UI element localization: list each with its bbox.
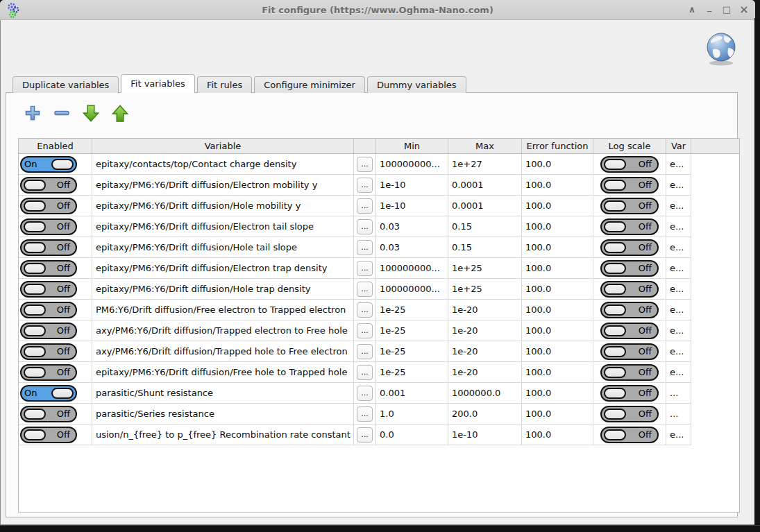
- enabled-toggle[interactable]: Off: [20, 343, 77, 360]
- browse-button[interactable]: ...: [357, 386, 373, 401]
- enabled-toggle[interactable]: Off: [20, 281, 77, 298]
- max-cell[interactable]: 1e-20: [448, 320, 522, 341]
- max-cell[interactable]: 0.0001: [448, 196, 522, 216]
- enabled-toggle[interactable]: On: [20, 156, 77, 173]
- variable-cell[interactable]: epitaxy/PM6:Y6/Drift diffusion/Electron …: [92, 258, 354, 279]
- browse-button[interactable]: ...: [357, 323, 373, 338]
- move-up-button[interactable]: [110, 103, 130, 123]
- log-scale-toggle[interactable]: Off: [600, 260, 659, 277]
- log-scale-toggle[interactable]: Off: [600, 385, 659, 402]
- max-cell[interactable]: 1e+25: [448, 279, 522, 300]
- min-cell[interactable]: 1e-10: [376, 175, 448, 196]
- variable-cell[interactable]: epitaxy/PM6:Y6/Drift diffusion/Hole trap…: [92, 279, 354, 300]
- variable-cell[interactable]: epitaxy/PM6:Y6/Drift diffusion/Electron …: [92, 175, 354, 196]
- variable-cell[interactable]: epitaxy/PM6:Y6/Drift diffusion/Hole tail…: [92, 237, 354, 258]
- browse-button[interactable]: ...: [357, 261, 373, 276]
- variable-cell[interactable]: epitaxy/PM6:Y6/Drift diffusion/Electron …: [92, 216, 354, 237]
- log-scale-toggle[interactable]: Off: [600, 427, 659, 443]
- tab-fit-rules[interactable]: Fit rules: [197, 76, 252, 93]
- variable-cell[interactable]: parasitic/Series resistance: [92, 404, 354, 424]
- min-cell[interactable]: 1e-10: [376, 196, 448, 216]
- column-header-enabled[interactable]: Enabled: [19, 139, 92, 154]
- move-down-button[interactable]: [81, 103, 101, 123]
- log-scale-toggle[interactable]: Off: [600, 218, 659, 235]
- var-cell[interactable]: e...: [666, 154, 691, 175]
- log-scale-toggle[interactable]: Off: [600, 239, 659, 256]
- max-cell[interactable]: 1e-20: [448, 341, 522, 362]
- column-header-max[interactable]: Max: [448, 139, 522, 154]
- browse-button[interactable]: ...: [357, 302, 373, 318]
- var-cell[interactable]: e...: [666, 300, 691, 320]
- column-header-min[interactable]: Min: [376, 139, 448, 154]
- variable-cell[interactable]: epitaxy/PM6:Y6/Drift diffusion/Free hole…: [92, 362, 354, 383]
- var-cell[interactable]: ...: [666, 404, 691, 424]
- max-cell[interactable]: 0.0001: [448, 175, 522, 196]
- remove-variable-button[interactable]: [52, 103, 71, 123]
- enabled-toggle[interactable]: Off: [20, 218, 77, 235]
- min-cell[interactable]: 100000000...: [376, 279, 448, 300]
- enabled-toggle[interactable]: Off: [20, 406, 77, 422]
- variable-cell[interactable]: PM6:Y6/Drift diffusion/Free electron to …: [92, 300, 354, 320]
- min-cell[interactable]: 0.001: [376, 383, 448, 404]
- log-scale-toggle[interactable]: Off: [600, 198, 659, 214]
- min-cell[interactable]: 0.03: [376, 237, 448, 258]
- min-cell[interactable]: 1e-25: [376, 320, 448, 341]
- error-function-cell[interactable]: 100.0: [522, 154, 593, 175]
- maximize-button[interactable]: □: [721, 0, 732, 19]
- variable-cell[interactable]: usion/n_{free} to p_{free} Recombination…: [92, 424, 354, 445]
- browse-button[interactable]: ...: [357, 427, 373, 443]
- var-cell[interactable]: e...: [666, 320, 691, 341]
- var-cell[interactable]: ...: [666, 383, 691, 404]
- column-header-variable[interactable]: Variable: [92, 139, 354, 154]
- browse-button[interactable]: ...: [357, 365, 373, 380]
- log-scale-toggle[interactable]: Off: [600, 177, 659, 194]
- min-cell[interactable]: 0.0: [376, 424, 448, 445]
- max-cell[interactable]: 1000000.0: [448, 383, 522, 404]
- min-cell[interactable]: 100000000...: [376, 154, 448, 175]
- log-scale-toggle[interactable]: Off: [600, 406, 659, 422]
- title-bar[interactable]: Fit configure (https://www.Oghma-Nano.co…: [0, 0, 755, 20]
- add-variable-button[interactable]: [23, 103, 42, 123]
- min-cell[interactable]: 100000000...: [376, 258, 448, 279]
- browse-button[interactable]: ...: [357, 157, 373, 172]
- var-cell[interactable]: e...: [666, 175, 691, 196]
- var-cell[interactable]: e...: [666, 424, 691, 445]
- error-function-cell[interactable]: 100.0: [522, 196, 593, 216]
- column-header-error-function[interactable]: Error function: [522, 139, 593, 154]
- var-cell[interactable]: e...: [666, 341, 691, 362]
- enabled-toggle[interactable]: Off: [20, 239, 77, 256]
- browse-button[interactable]: ...: [357, 219, 373, 234]
- browse-button[interactable]: ...: [357, 178, 373, 193]
- max-cell[interactable]: 1e-10: [448, 424, 522, 445]
- enabled-toggle[interactable]: Off: [20, 260, 77, 277]
- max-cell[interactable]: 1e+25: [448, 258, 522, 279]
- min-cell[interactable]: 1e-25: [376, 341, 448, 362]
- log-scale-toggle[interactable]: Off: [600, 364, 659, 381]
- browse-button[interactable]: ...: [357, 406, 373, 422]
- error-function-cell[interactable]: 100.0: [522, 404, 593, 424]
- error-function-cell[interactable]: 100.0: [522, 341, 593, 362]
- min-cell[interactable]: 1.0: [376, 404, 448, 424]
- min-cell[interactable]: 1e-25: [376, 362, 448, 383]
- log-scale-toggle[interactable]: Off: [600, 302, 659, 318]
- error-function-cell[interactable]: 100.0: [522, 279, 593, 300]
- variable-cell[interactable]: parasitic/Shunt resistance: [92, 383, 354, 404]
- browse-button[interactable]: ...: [357, 240, 373, 255]
- globe-help-icon[interactable]: [704, 31, 738, 67]
- tab-duplicate-variables[interactable]: Duplicate variables: [12, 76, 119, 93]
- minimize-button[interactable]: _: [704, 0, 715, 17]
- enabled-toggle[interactable]: Off: [20, 427, 77, 443]
- column-header-var[interactable]: Var: [666, 139, 691, 154]
- var-cell[interactable]: e...: [666, 279, 691, 300]
- var-cell[interactable]: e...: [666, 216, 691, 237]
- column-header-browse[interactable]: [354, 139, 376, 154]
- browse-button[interactable]: ...: [357, 282, 373, 297]
- max-cell[interactable]: 0.15: [448, 237, 522, 258]
- var-cell[interactable]: e...: [666, 362, 691, 383]
- max-cell[interactable]: 200.0: [448, 404, 522, 424]
- error-function-cell[interactable]: 100.0: [522, 362, 593, 383]
- browse-button[interactable]: ...: [357, 344, 373, 359]
- variable-cell[interactable]: epitaxy/contacts/top/Contact charge dens…: [92, 154, 354, 175]
- tab-configure-minimizer[interactable]: Configure minimizer: [254, 76, 365, 93]
- log-scale-toggle[interactable]: Off: [600, 281, 659, 298]
